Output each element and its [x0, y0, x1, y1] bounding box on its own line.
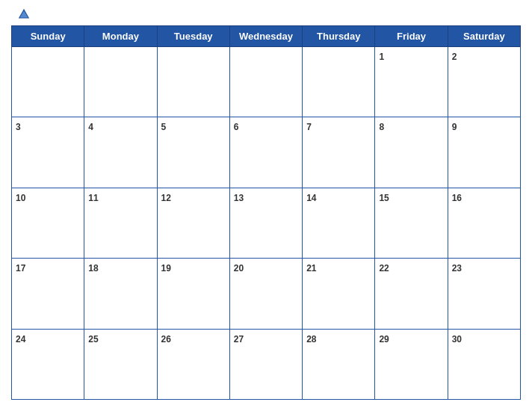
day-number: 12 — [161, 193, 171, 203]
day-number: 20 — [234, 263, 244, 274]
day-header-tuesday: Tuesday — [157, 26, 229, 47]
day-number: 25 — [88, 334, 98, 344]
day-number: 3 — [16, 122, 21, 132]
calendar-cell: 8 — [375, 117, 448, 188]
calendar-cell: 14 — [303, 188, 375, 258]
calendar-cell: 12 — [157, 188, 229, 258]
day-number: 1 — [379, 52, 384, 62]
calendar-cell: 17 — [12, 259, 84, 329]
calendar-week-2: 3456789 — [12, 117, 521, 188]
day-header-friday: Friday — [375, 26, 448, 47]
day-number: 17 — [16, 263, 25, 274]
day-number: 14 — [306, 193, 316, 203]
day-number: 27 — [234, 334, 244, 344]
day-number: 4 — [88, 122, 93, 132]
calendar-cell — [157, 47, 229, 117]
day-number: 30 — [452, 334, 462, 344]
day-number: 10 — [16, 193, 25, 203]
day-number: 19 — [161, 263, 171, 274]
calendar-cell: 26 — [157, 329, 229, 399]
calendar-week-4: 17181920212223 — [12, 259, 521, 329]
calendar-cell: 30 — [448, 329, 520, 399]
calendar-cell: 29 — [375, 329, 448, 399]
day-number: 6 — [234, 122, 239, 132]
calendar-cell: 22 — [375, 259, 448, 329]
calendar-cell: 24 — [12, 329, 84, 399]
calendar-week-3: 10111213141516 — [12, 188, 521, 258]
day-number: 2 — [452, 52, 457, 62]
day-number: 22 — [379, 263, 389, 274]
day-number: 11 — [88, 193, 98, 203]
calendar-cell: 9 — [448, 117, 520, 188]
day-header-thursday: Thursday — [303, 26, 375, 47]
calendar-cell: 25 — [84, 329, 157, 399]
logo — [14, 7, 31, 21]
day-header-monday: Monday — [84, 26, 157, 47]
calendar-cell: 10 — [12, 188, 84, 258]
calendar-cell: 7 — [303, 117, 375, 188]
calendar-body: 1234567891011121314151617181920212223242… — [12, 47, 521, 400]
day-header-saturday: Saturday — [448, 26, 520, 47]
day-number: 18 — [88, 263, 98, 274]
calendar-cell: 11 — [84, 188, 157, 258]
calendar-cell: 16 — [448, 188, 520, 258]
calendar-cell: 27 — [229, 329, 302, 399]
calendar-cell — [84, 47, 157, 117]
day-number: 26 — [161, 334, 171, 344]
calendar-cell: 6 — [229, 117, 302, 188]
day-number: 21 — [306, 263, 316, 274]
day-header-sunday: Sunday — [12, 26, 84, 47]
day-number: 29 — [379, 334, 389, 344]
day-number: 16 — [452, 193, 462, 203]
calendar-cell: 23 — [448, 259, 520, 329]
calendar-cell: 4 — [84, 117, 157, 188]
calendar-cell: 15 — [375, 188, 448, 258]
calendar-cell: 28 — [303, 329, 375, 399]
calendar-table: SundayMondayTuesdayWednesdayThursdayFrid… — [11, 25, 521, 400]
calendar-week-1: 12 — [12, 47, 521, 117]
calendar-cell: 19 — [157, 259, 229, 329]
day-number: 7 — [306, 122, 312, 132]
day-number: 5 — [161, 122, 167, 132]
day-number: 24 — [16, 334, 25, 344]
day-number: 9 — [452, 122, 457, 132]
day-number: 23 — [452, 263, 462, 274]
calendar-cell: 5 — [157, 117, 229, 188]
calendar-cell: 3 — [12, 117, 84, 188]
logo-icon — [17, 7, 31, 21]
calendar-header — [11, 7, 521, 21]
calendar-cell — [12, 47, 84, 117]
calendar-week-5: 24252627282930 — [12, 329, 521, 399]
calendar-cell — [303, 47, 375, 117]
calendar-header-row: SundayMondayTuesdayWednesdayThursdayFrid… — [12, 26, 521, 47]
calendar-cell: 20 — [229, 259, 302, 329]
day-number: 8 — [379, 122, 384, 132]
calendar-cell: 18 — [84, 259, 157, 329]
day-number: 13 — [234, 193, 244, 203]
calendar-cell: 21 — [303, 259, 375, 329]
calendar-cell: 2 — [448, 47, 520, 117]
day-header-wednesday: Wednesday — [229, 26, 302, 47]
calendar-cell: 1 — [375, 47, 448, 117]
day-number: 15 — [379, 193, 389, 203]
calendar-cell — [229, 47, 302, 117]
day-number: 28 — [306, 334, 316, 344]
calendar-cell: 13 — [229, 188, 302, 258]
